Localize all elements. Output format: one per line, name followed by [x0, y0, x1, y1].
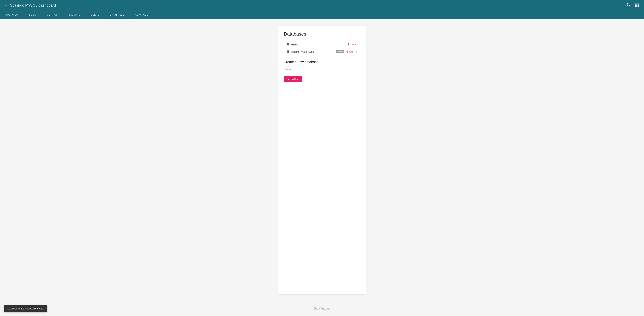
table-row: etienne_mysq_6006 default 🗑 EMPTY: [284, 48, 360, 55]
toast-notification: Database biniou has been created.: [4, 305, 47, 312]
database-name: etienne_mysq_6006: [291, 50, 336, 53]
empty-icon: 🗑: [346, 50, 349, 53]
nav-databases[interactable]: DATABASES: [105, 11, 130, 19]
databases-card: Databases biniou 🗑 DROP: [278, 26, 366, 294]
empty-label: EMPTY: [349, 50, 358, 53]
brand-name: Scalingo: [314, 306, 330, 310]
navbar: OVERVIEW LOGS METRICS BACKUPS USERS DATA…: [0, 11, 644, 19]
create-button[interactable]: CREATE: [284, 76, 302, 82]
card-title: Databases: [284, 31, 360, 37]
create-section-title: Create a new database: [284, 60, 360, 64]
help-icon: ?: [626, 3, 630, 8]
apps-button[interactable]: [634, 2, 640, 8]
header: ← Scalingo MySQL dashboard ?: [0, 0, 644, 11]
trash-icon: 🗑: [348, 43, 350, 46]
svg-point-1: [287, 50, 289, 51]
database-name-input[interactable]: [284, 67, 360, 72]
nav-backups[interactable]: BACKUPS: [63, 11, 85, 19]
name-field-group: [284, 67, 360, 72]
nav-metrics[interactable]: METRICS: [41, 11, 63, 19]
back-button[interactable]: ←: [4, 4, 8, 8]
back-arrow-icon: ←: [4, 4, 8, 8]
drop-button[interactable]: 🗑 DROP: [348, 43, 358, 46]
grid-icon: [635, 4, 639, 7]
database-name: biniou: [291, 43, 348, 46]
toast-message: Database biniou has been created.: [8, 307, 44, 310]
create-database-section: Create a new database CREATE: [284, 60, 360, 82]
nav-advanced[interactable]: ADVANCED: [130, 11, 154, 19]
nav-users[interactable]: USERS: [86, 11, 105, 19]
page-title: Scalingo MySQL dashboard: [10, 3, 624, 8]
drop-label: DROP: [351, 43, 358, 46]
default-badge: default: [336, 50, 344, 53]
footer: Scalingo: [0, 301, 644, 316]
nav-overview[interactable]: OVERVIEW: [0, 11, 24, 19]
help-button[interactable]: ?: [624, 2, 630, 8]
empty-button[interactable]: 🗑 EMPTY: [346, 50, 358, 53]
table-row: biniou 🗑 DROP: [284, 41, 360, 48]
nav-logs[interactable]: LOGS: [24, 11, 41, 19]
svg-point-0: [287, 43, 289, 44]
header-icons: ?: [624, 2, 640, 8]
main-content: Databases biniou 🗑 DROP: [0, 19, 644, 301]
databases-list: biniou 🗑 DROP etienne_mysq_6006: [284, 41, 360, 55]
database-icon: [286, 43, 290, 46]
database-icon: [286, 50, 290, 53]
